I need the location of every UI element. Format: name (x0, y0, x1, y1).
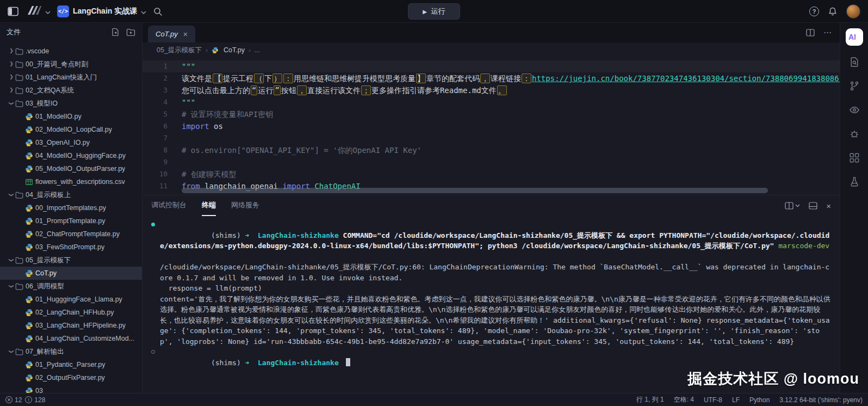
bottom-panel: 调试控制台 终端 网络服务 × (142, 195, 840, 393)
tree-item[interactable]: 03_OpenAI_IO.py (0, 136, 142, 149)
tree-item[interactable]: 01_ModelIO.py (0, 110, 142, 123)
python-interpreter[interactable]: 3.12.2 64-bit ('shims': pyenv) (779, 396, 863, 404)
chevron-right-icon: ❯ (8, 61, 15, 66)
tree-item-label: 04_LangChain_CustomizeMod... (35, 335, 134, 342)
help-icon[interactable]: ? (809, 7, 819, 16)
folder-icon (15, 192, 26, 199)
tree-item[interactable]: ❯02_文档QA系统 (0, 84, 142, 97)
tree-item[interactable]: 03_ (0, 384, 142, 393)
toggle-sidebar-icon[interactable] (8, 7, 18, 16)
file-search-icon[interactable] (849, 57, 860, 70)
tree-item-label: 04_提示模板上 (26, 190, 71, 200)
tree-item[interactable]: 01_HugggingFace_Llama.py (0, 293, 142, 306)
tree-item[interactable]: 02_ChatPromptTemplate.py (0, 227, 142, 241)
code-editor[interactable]: 1 """ 2 该文件是【提示工程（下）：用思维链和思维树提升模型思考质量】章节… (142, 58, 840, 195)
folder-icon (15, 87, 26, 94)
close-panel-icon[interactable]: × (826, 201, 831, 211)
indent-setting[interactable]: 空格: 4 (674, 395, 694, 404)
file-encoding[interactable]: UTF-8 (704, 396, 722, 404)
tree-item[interactable]: 04_LangChain_CustomizeMod... (0, 332, 142, 345)
code-line: 10 # 创建聊天模型 (142, 168, 840, 180)
terminal-output[interactable]: (shims) ➜ LangChain-shizhanke COMMAND="c… (142, 216, 840, 393)
more-actions-icon[interactable]: ⋯ (823, 28, 832, 38)
folder-icon (15, 283, 26, 290)
tree-item[interactable]: ❯.vscode (0, 45, 142, 58)
tree-item-label: 00_开篇词_奇点时刻 (26, 60, 88, 69)
tree-item[interactable]: ❯05_提示模板下 (0, 254, 142, 267)
tree-item[interactable]: ❯00_开篇词_奇点时刻 (0, 58, 142, 71)
chevron-down-icon: ❯ (9, 282, 14, 290)
split-editor-icon[interactable] (806, 29, 815, 36)
explorer-title: 文件 (7, 27, 21, 37)
preview-eye-icon[interactable] (849, 104, 860, 118)
close-tab-icon[interactable]: × (183, 30, 188, 38)
tree-item[interactable]: flowers_with_descriptions.csv (0, 175, 142, 188)
warnings-badge[interactable]: ! 128 (25, 396, 45, 404)
breadcrumb-folder[interactable]: 05_提示模板下 (157, 46, 202, 55)
tree-item[interactable]: 00_ImportTemplates.py (0, 201, 142, 214)
terminal-command-line: (shims) ➜ LangChain-shizhanke COMMAND="c… (151, 219, 831, 262)
marscode-logo-menu[interactable] (25, 4, 51, 19)
terminal-warning-line: /cloudide/workspace/LangChain-shizhanke/… (151, 262, 831, 283)
search-icon[interactable] (153, 7, 163, 16)
tree-item[interactable]: 02_ModelIO_LoopCall.py (0, 123, 142, 136)
editor-area: CoT.py × ⋯ 05_提示模板下 › CoT.py › ... (142, 23, 840, 393)
tree-item[interactable]: ❯07_解析输出 (0, 345, 142, 358)
terminal-warning-code-line: response = llm(prompt) (151, 283, 831, 294)
code-line: 1 """ (142, 60, 840, 72)
course-link[interactable]: https://juejin.cn/book/73877023474361303… (532, 74, 840, 83)
tree-item[interactable]: 04_ModelIO_HuggingFace.py (0, 149, 142, 162)
project-switcher[interactable]: </> LangChain 实战课 (57, 5, 146, 17)
tree-item-label: 02_OutputFixParser.py (35, 374, 105, 382)
tree-item[interactable]: CoT.py (0, 267, 142, 280)
tree-item[interactable]: ❯03_模型IO (0, 97, 142, 110)
tab-cot-py[interactable]: CoT.py × (148, 26, 195, 42)
tree-item[interactable]: 02_LangChain_HFHub.py (0, 306, 142, 319)
tab-debug-console[interactable]: 调试控制台 (151, 195, 187, 216)
tree-item-label: CoT.py (35, 269, 57, 277)
tree-item[interactable]: 01_Pydantic_Parser.py (0, 358, 142, 371)
python-file-icon (25, 139, 35, 147)
source-control-icon[interactable] (849, 81, 860, 94)
language-mode[interactable]: Python (749, 396, 770, 404)
python-file-icon (25, 269, 35, 278)
tree-item-label: 01_Pydantic_Parser.py (35, 361, 106, 368)
extensions-icon[interactable] (849, 152, 860, 165)
tree-item-label: 04_ModelIO_HuggingFace.py (35, 152, 126, 159)
terminal-cursor (346, 358, 350, 366)
debug-icon[interactable] (849, 128, 860, 142)
tree-item[interactable]: 01_PromptTemplate.py (0, 214, 142, 227)
horizontal-scrollbar[interactable] (182, 188, 768, 193)
tree-item-label: 01_ModelIO.py (35, 113, 82, 120)
split-terminal-icon[interactable] (785, 202, 800, 210)
user-avatar[interactable] (846, 4, 860, 19)
tab-terminal[interactable]: 终端 (202, 195, 216, 216)
tab-network-service[interactable]: 网络服务 (231, 195, 259, 216)
breadcrumb-file[interactable]: CoT.py (224, 46, 245, 54)
tree-item-label: 03_模型IO (26, 99, 58, 108)
tree-item[interactable]: 03_LangChain_HFPipeline.py (0, 319, 142, 332)
tree-item[interactable]: 05_ModelIO_OutputParser.py (0, 162, 142, 175)
ai-assistant-icon[interactable]: AI (846, 28, 863, 46)
breadcrumb-symbol[interactable]: ... (255, 46, 260, 54)
tree-item[interactable]: 02_OutputFixParser.py (0, 371, 142, 384)
cursor-position[interactable]: 行 1, 列 1 (636, 395, 664, 404)
python-file-icon (25, 113, 35, 121)
new-file-icon[interactable] (111, 28, 120, 36)
tree-item-label: 07_解析输出 (26, 347, 64, 356)
tree-item[interactable]: 03_FewShotPrompt.py (0, 241, 142, 254)
python-file-icon (25, 335, 35, 343)
errors-badge[interactable]: ✕ 12 (5, 396, 22, 404)
tree-item[interactable]: ❯04_提示模板上 (0, 188, 142, 201)
svg-text:AI: AI (848, 33, 856, 41)
eol-setting[interactable]: LF (732, 396, 740, 404)
run-button[interactable]: ▶ 运行 (408, 3, 460, 20)
warning-circle-icon: ! (25, 396, 32, 403)
tree-item[interactable]: ❯06_调用模型 (0, 280, 142, 293)
tree-item[interactable]: ❯01_LangChain快速入门 (0, 71, 142, 84)
test-flask-icon[interactable] (849, 176, 860, 189)
maximize-panel-icon[interactable] (809, 202, 817, 210)
notifications-bell-icon[interactable] (828, 7, 838, 16)
new-folder-icon[interactable] (126, 28, 135, 36)
editor-tab-bar: CoT.py × ⋯ (142, 23, 840, 42)
